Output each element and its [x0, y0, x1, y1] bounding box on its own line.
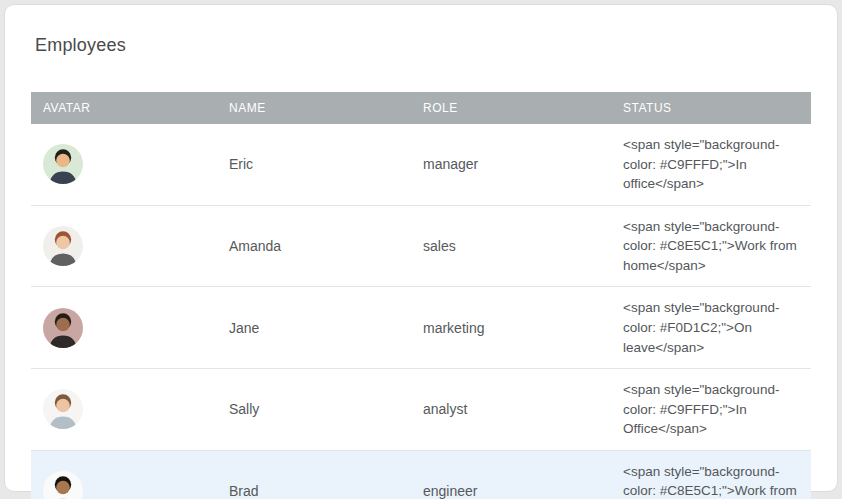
avatar-cell: [31, 205, 217, 287]
employee-status: <span style="background-color: #C8E5C1;"…: [611, 205, 811, 287]
employee-status: <span style="background-color: #C9FFFD;"…: [611, 124, 811, 205]
page-title: Employees: [35, 35, 811, 55]
employees-card: Employees AVATAR NAME ROLE STATUS: [4, 4, 838, 492]
table-header-row: AVATAR NAME ROLE STATUS: [31, 92, 811, 124]
employees-table: AVATAR NAME ROLE STATUS: [31, 92, 811, 499]
employee-status: <span style="background-color: #F0D1C2;"…: [611, 287, 811, 369]
employee-name: Brad: [217, 450, 411, 499]
table-row[interactable]: Amanda sales <span style="background-col…: [31, 205, 811, 287]
avatar: [43, 471, 83, 499]
employee-role: manager: [411, 124, 611, 205]
employee-name: Eric: [217, 124, 411, 205]
employee-name: Jane: [217, 287, 411, 369]
employee-name: Sally: [217, 369, 411, 451]
avatar: [43, 389, 83, 429]
table-row[interactable]: Jane marketing <span style="background-c…: [31, 287, 811, 369]
avatar-cell: [31, 124, 217, 205]
table-row[interactable]: Sally analyst <span style="background-co…: [31, 369, 811, 451]
column-header-name: NAME: [217, 92, 411, 124]
employee-role: sales: [411, 205, 611, 287]
employee-status: <span style="background-color: #C8E5C1;"…: [611, 450, 811, 499]
employee-name: Amanda: [217, 205, 411, 287]
avatar: [43, 226, 83, 266]
employee-role: marketing: [411, 287, 611, 369]
employee-status: <span style="background-color: #C9FFFD;"…: [611, 369, 811, 451]
table-row[interactable]: Eric manager <span style="background-col…: [31, 124, 811, 205]
column-header-role: ROLE: [411, 92, 611, 124]
avatar-cell: [31, 369, 217, 451]
avatar: [43, 144, 83, 184]
column-header-status: STATUS: [611, 92, 811, 124]
avatar-cell: [31, 287, 217, 369]
table-row[interactable]: Brad engineer <span style="background-co…: [31, 450, 811, 499]
employee-role: engineer: [411, 450, 611, 499]
column-header-avatar: AVATAR: [31, 92, 217, 124]
avatar: [43, 308, 83, 348]
employee-role: analyst: [411, 369, 611, 451]
avatar-cell: [31, 450, 217, 499]
